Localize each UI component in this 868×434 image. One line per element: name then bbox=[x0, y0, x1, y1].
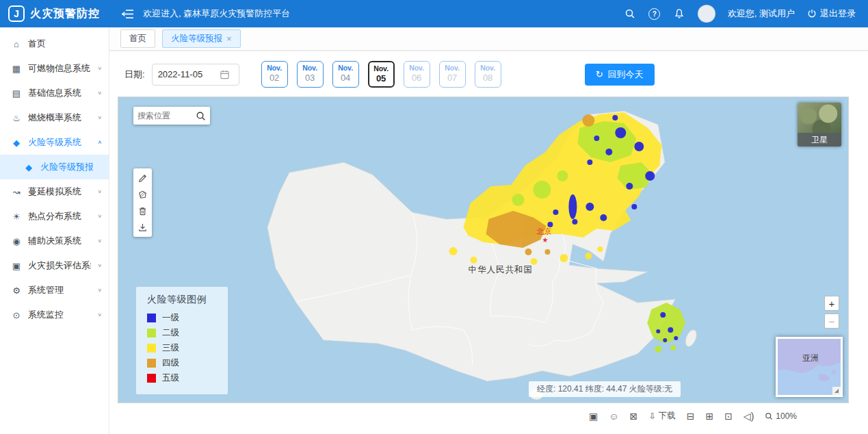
map-container[interactable]: 北京 ★ 中华人民共和国 火险等级图例 bbox=[118, 97, 849, 403]
sidebar-item-label: 系统监控 bbox=[28, 309, 91, 321]
logout-button[interactable]: 退出登录 bbox=[807, 8, 856, 20]
chevron-down-icon: ∨ bbox=[97, 214, 102, 219]
polygon-draw-icon[interactable] bbox=[137, 188, 149, 201]
measure-icon[interactable] bbox=[137, 172, 149, 184]
screenshot-icon[interactable]: ▣ bbox=[589, 411, 598, 421]
chip-day: 06 bbox=[404, 73, 430, 84]
satellite-layer-switcher[interactable]: 卫星 bbox=[798, 103, 841, 146]
chip-month: Nov. bbox=[404, 64, 430, 73]
home-icon: ⌂ bbox=[11, 39, 22, 49]
help-glyph: ? bbox=[648, 8, 660, 20]
main-content: 首页 火险等级预报 × 日期: Nov. 02 Nov. 03 Nov. 04 bbox=[109, 27, 868, 434]
sidebar-item-burn-probability[interactable]: ♨ 燃烧概率系统 ∨ bbox=[0, 105, 109, 130]
chip-day: 08 bbox=[475, 73, 501, 84]
system-management-icon: ⚙ bbox=[11, 285, 22, 296]
date-chip-nov-07[interactable]: Nov. 07 bbox=[439, 61, 466, 88]
zoom-level-control[interactable]: 100% bbox=[765, 411, 797, 421]
sidebar-item-home[interactable]: ⌂ 首页 bbox=[0, 31, 109, 56]
sidebar-item-label: 首页 bbox=[28, 38, 102, 50]
legend-item: 二级 bbox=[147, 327, 218, 339]
calendar-icon bbox=[220, 69, 230, 79]
notification-bell-icon[interactable] bbox=[673, 8, 685, 20]
speaker-icon[interactable]: ◁) bbox=[744, 411, 754, 421]
window-icon[interactable]: ⊟ bbox=[687, 411, 695, 421]
legend-label: 四级 bbox=[162, 357, 179, 369]
legend-label: 一级 bbox=[162, 312, 179, 324]
sidebar-item-combustible-info[interactable]: ▦ 可燃物信息系统 ∨ bbox=[0, 56, 109, 81]
date-chip-nov-05[interactable]: Nov. 05 bbox=[368, 61, 395, 88]
legend-swatch bbox=[147, 329, 156, 337]
chip-month: Nov. bbox=[262, 64, 287, 73]
today-button-label: 回到今天 bbox=[608, 68, 644, 81]
fire-risk-forecast-icon: ◆ bbox=[23, 162, 34, 173]
sidebar-item-fire-risk-system[interactable]: ◆ 火险等级系统 ∧ bbox=[0, 130, 109, 155]
zoom-in-button[interactable]: + bbox=[824, 296, 839, 311]
download-icon: ⇩ bbox=[648, 411, 655, 421]
help-icon[interactable]: ? bbox=[648, 8, 661, 20]
collapse-sidebar-icon[interactable] bbox=[122, 9, 133, 19]
chevron-down-icon: ∨ bbox=[97, 312, 102, 318]
map-search-input[interactable] bbox=[137, 111, 196, 120]
china-map[interactable]: 北京 ★ 中华人民共和国 bbox=[118, 97, 848, 403]
combustible-info-icon: ▦ bbox=[11, 64, 22, 74]
search-icon[interactable] bbox=[624, 8, 636, 20]
date-chip-nov-04[interactable]: Nov. 04 bbox=[332, 61, 359, 88]
sidebar-item-label: 火灾损失评估系统 bbox=[28, 259, 91, 272]
magnifier-icon bbox=[765, 412, 773, 420]
country-label: 中华人民共和国 bbox=[469, 265, 533, 275]
sidebar-item-label: 蔓延模拟系统 bbox=[28, 186, 91, 198]
chevron-down-icon: ∨ bbox=[97, 238, 102, 244]
sidebar-item-fire-risk-forecast[interactable]: ◆ 火险等级预报 bbox=[0, 155, 109, 179]
sidebar-item-spread-simulation[interactable]: ↝ 蔓延模拟系统 ∨ bbox=[0, 179, 109, 204]
date-chip-nov-03[interactable]: Nov. 03 bbox=[297, 61, 324, 88]
tab-label: 火险等级预报 bbox=[171, 33, 222, 44]
download-icon[interactable] bbox=[137, 221, 149, 233]
loss-assessment-icon: ▣ bbox=[11, 261, 22, 271]
app-header: J 火灾预警防控 欢迎进入, 森林草原火灾预警防控平台 ? 欢迎您, 测试用户 … bbox=[0, 0, 868, 27]
tab-fire-risk-forecast[interactable]: 火险等级预报 × bbox=[162, 29, 241, 48]
user-avatar[interactable] bbox=[698, 5, 715, 23]
date-chip-nov-08[interactable]: Nov. 08 bbox=[475, 61, 501, 88]
legend-item: 五级 bbox=[147, 372, 218, 384]
date-chip-nov-06[interactable]: Nov. 06 bbox=[404, 61, 430, 88]
tab-home[interactable]: 首页 bbox=[120, 29, 155, 48]
chevron-down-icon: ∨ bbox=[97, 115, 102, 120]
app-title: 火灾预警防控 bbox=[30, 7, 100, 21]
download-button[interactable]: ⇩ 下载 bbox=[648, 410, 675, 422]
sidebar-item-system-monitor[interactable]: ⊙ 系统监控 ∨ bbox=[0, 303, 109, 327]
chip-month: Nov. bbox=[369, 64, 393, 73]
draw-tools-panel bbox=[133, 168, 152, 237]
system-monitor-icon: ⊙ bbox=[11, 310, 22, 320]
date-input[interactable] bbox=[158, 69, 215, 79]
chip-day: 05 bbox=[369, 73, 393, 84]
sidebar-item-basic-info[interactable]: ▤ 基础信息系统 ∨ bbox=[0, 81, 109, 105]
chip-month: Nov. bbox=[298, 64, 323, 73]
user-greeting: 欢迎您, 测试用户 bbox=[728, 8, 795, 20]
emoji-icon[interactable]: ☺ bbox=[609, 411, 618, 421]
chevron-down-icon: ∨ bbox=[97, 189, 102, 194]
fire-risk-system-icon: ◆ bbox=[11, 138, 22, 148]
back-to-today-button[interactable]: ↻ 回到今天 bbox=[585, 64, 655, 86]
annotate-icon[interactable]: ⊠ bbox=[629, 411, 637, 421]
delete-icon[interactable] bbox=[137, 205, 149, 217]
sidebar-item-label: 火险等级系统 bbox=[28, 136, 91, 149]
sidebar-item-hotspot-distribution[interactable]: ☀ 热点分布系统 ∨ bbox=[0, 204, 109, 229]
sidebar-item-system-management[interactable]: ⚙ 系统管理 ∨ bbox=[0, 278, 109, 303]
sidebar-item-loss-assessment[interactable]: ▣ 火灾损失评估系统 ∨ bbox=[0, 253, 109, 278]
sidebar-item-label: 燃烧概率系统 bbox=[28, 112, 91, 124]
logout-icon bbox=[807, 9, 817, 18]
date-chip-nov-02[interactable]: Nov. 02 bbox=[261, 61, 288, 88]
zoom-controls: + − bbox=[824, 296, 839, 329]
date-picker[interactable] bbox=[152, 64, 239, 86]
chevron-down-icon: ∨ bbox=[97, 66, 102, 71]
welcome-text: 欢迎进入, 森林草原火灾预警防控平台 bbox=[143, 8, 290, 20]
zoom-out-button[interactable]: − bbox=[824, 314, 839, 329]
overview-minimap[interactable]: 亚洲 bbox=[776, 337, 843, 397]
sidebar-item-label: 系统管理 bbox=[28, 284, 91, 296]
copy-icon[interactable]: ⊡ bbox=[724, 411, 733, 421]
grid-icon[interactable]: ⊞ bbox=[705, 411, 713, 421]
decision-support-icon: ◉ bbox=[11, 236, 22, 246]
map-search-box[interactable] bbox=[133, 107, 210, 125]
close-icon[interactable]: × bbox=[226, 34, 232, 43]
sidebar-item-decision-support[interactable]: ◉ 辅助决策系统 ∨ bbox=[0, 229, 109, 253]
